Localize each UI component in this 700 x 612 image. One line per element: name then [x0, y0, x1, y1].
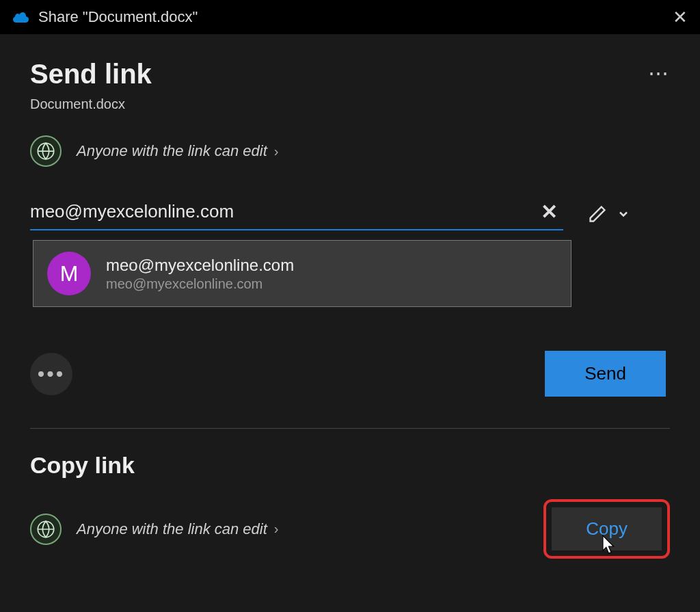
suggestion-name: meo@myexcelonline.com: [106, 256, 294, 275]
permission-text: Anyone with the link can edit: [77, 142, 267, 160]
globe-icon: [30, 514, 62, 545]
document-name: Document.docx: [30, 96, 152, 112]
send-button[interactable]: Send: [545, 351, 666, 397]
copy-permission-text: Anyone with the link can edit: [77, 520, 267, 538]
cursor-icon: [597, 534, 617, 560]
window-title: Share "Document.docx": [38, 8, 673, 26]
titlebar: Share "Document.docx" ✕: [0, 0, 700, 34]
send-link-heading: Send link: [30, 59, 152, 90]
close-icon[interactable]: ✕: [673, 7, 688, 28]
divider: [30, 428, 670, 429]
copy-button-highlight: Copy: [543, 499, 670, 559]
suggestion-email: meo@myexcelonline.com: [106, 276, 294, 292]
contact-suggestion[interactable]: M meo@myexcelonline.com meo@myexcelonlin…: [33, 240, 571, 307]
clear-input-icon[interactable]: ✕: [541, 200, 558, 224]
recipient-input-wrap: ✕: [30, 200, 563, 230]
onedrive-icon: [12, 11, 30, 23]
more-options-button[interactable]: ⋯: [648, 63, 670, 83]
chevron-right-icon: ›: [274, 521, 279, 537]
globe-icon: [30, 135, 62, 167]
edit-permission-icon[interactable]: [588, 204, 607, 226]
copy-link-settings-button[interactable]: Anyone with the link can edit ›: [30, 514, 279, 545]
chevron-right-icon: ›: [274, 144, 279, 159]
more-actions-button[interactable]: •••: [30, 353, 72, 395]
chevron-down-icon[interactable]: [617, 207, 630, 224]
link-settings-button[interactable]: Anyone with the link can edit ›: [30, 135, 670, 167]
copy-link-heading: Copy link: [30, 452, 670, 479]
recipient-input[interactable]: [30, 201, 541, 222]
avatar: M: [47, 252, 91, 295]
